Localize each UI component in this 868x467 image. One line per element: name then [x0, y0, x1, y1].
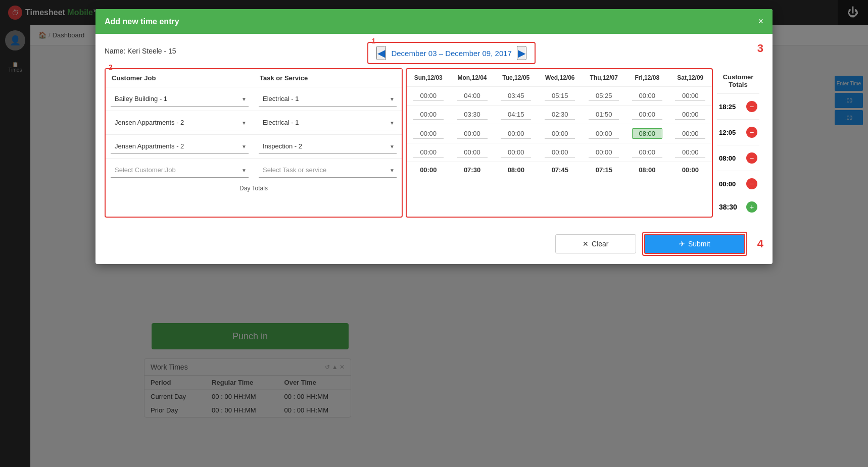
submit-label: Submit — [688, 240, 710, 248]
employee-name: Name: Keri Steele - 15 — [105, 42, 176, 55]
day-total-sun: 00:00 — [407, 162, 450, 178]
customer-select-3[interactable]: Jensen Appartments - 2 — [111, 139, 249, 154]
total-value-1: 18:25 — [719, 103, 736, 111]
remove-row-3-button[interactable]: − — [746, 152, 757, 164]
time-cell — [450, 106, 495, 124]
time-cell — [625, 143, 668, 162]
table-row: Jensen Appartments - 2 Electrical - 1 — [106, 111, 402, 135]
remove-row-2-button[interactable]: − — [746, 127, 757, 138]
customer-job-header: Customer Job — [106, 69, 254, 87]
time-input-3-1[interactable] — [457, 129, 488, 139]
remove-row-1-button[interactable]: − — [746, 101, 757, 112]
time-input-4-0[interactable] — [413, 147, 444, 158]
task-select-3[interactable]: Inspection - 2 — [259, 139, 397, 154]
time-cell — [495, 106, 538, 124]
time-input-4-3[interactable] — [545, 147, 575, 158]
submit-button-wrapper: ✈ Submit — [642, 232, 747, 256]
clear-icon: ✕ — [583, 240, 589, 248]
time-input-3-4[interactable] — [589, 129, 619, 139]
task-select-2-wrap: Electrical - 1 — [259, 115, 397, 130]
customer-cell-4: Select Customer:Job — [106, 159, 254, 182]
customer-select-4[interactable]: Select Customer:Job — [111, 163, 249, 178]
totals-cell-3: 08:00 − — [717, 145, 759, 171]
customer-select-1[interactable]: Bailey Building - 1 — [111, 91, 249, 107]
time-input-1-1[interactable] — [457, 91, 488, 101]
day-total-tue: 08:00 — [495, 162, 538, 178]
table-row: Bailey Building - 1 Electrical - 1 — [106, 87, 402, 111]
day-total-fri: 08:00 — [625, 162, 668, 178]
time-input-3-2[interactable] — [501, 129, 531, 139]
time-input-1-0[interactable] — [413, 91, 444, 101]
time-input-4-6[interactable] — [675, 147, 705, 158]
time-cell — [407, 87, 450, 106]
time-input-3-6[interactable] — [675, 129, 705, 139]
time-row-3 — [407, 124, 712, 143]
remove-row-4-button[interactable]: − — [746, 178, 757, 189]
time-input-2-4[interactable] — [589, 110, 619, 120]
customer-select-3-wrap: Jensen Appartments - 2 — [111, 139, 249, 154]
task-select-4[interactable]: Select Task or service — [259, 163, 397, 178]
day-total-thu: 07:15 — [583, 162, 625, 178]
modal-body: Name: Keri Steele - 15 1 ◀ December 03 –… — [95, 34, 773, 226]
time-cell — [450, 124, 495, 143]
time-cell — [583, 143, 625, 162]
next-week-button[interactable]: ▶ — [517, 46, 526, 60]
day-table: Sun,12/03 Mon,12/04 Tue,12/05 Wed,12/06 … — [407, 69, 712, 178]
task-service-header: Task or Service — [254, 69, 402, 87]
time-input-1-6[interactable] — [675, 91, 705, 101]
time-cell — [669, 87, 712, 106]
customer-select-2-wrap: Jensen Appartments - 2 — [111, 115, 249, 130]
time-input-2-6[interactable] — [675, 110, 705, 120]
prev-week-button[interactable]: ◀ — [376, 46, 386, 60]
day-total-sat: 00:00 — [669, 162, 712, 178]
time-input-3-3[interactable] — [545, 129, 575, 139]
submit-button[interactable]: ✈ Submit — [644, 234, 745, 254]
customer-select-2[interactable]: Jensen Appartments - 2 — [111, 115, 249, 130]
customer-cell-3: Jensen Appartments - 2 — [106, 135, 254, 159]
customer-task-table: Customer Job Task or Service Bailey Buil… — [106, 69, 402, 182]
time-grid-section: Sun,12/03 Mon,12/04 Tue,12/05 Wed,12/06 … — [406, 68, 713, 218]
time-input-2-3[interactable] — [545, 110, 575, 120]
time-input-4-1[interactable] — [457, 147, 488, 158]
customer-totals-column: CustomerTotals 18:25 − 12:05 − 08:00 − 0… — [713, 68, 763, 218]
time-cell — [583, 124, 625, 143]
time-input-1-2[interactable] — [501, 91, 531, 101]
week-nav-annotation: 1 — [371, 37, 375, 45]
time-input-3-0[interactable] — [413, 129, 444, 139]
time-input-4-4[interactable] — [589, 147, 619, 158]
add-time-entry-modal: Add new time entry × Name: Keri Steele -… — [95, 9, 773, 264]
main-content-row: 2 Customer Job Task or Service — [105, 68, 763, 218]
time-input-4-2[interactable] — [501, 147, 531, 158]
time-input-1-4[interactable] — [589, 91, 619, 101]
time-input-1-5[interactable] — [632, 91, 662, 101]
task-select-2[interactable]: Electrical - 1 — [259, 115, 397, 130]
task-select-4-wrap: Select Task or service — [259, 163, 397, 178]
time-cell — [495, 87, 538, 106]
time-input-2-2[interactable] — [501, 110, 531, 120]
time-input-3-5-highlighted[interactable] — [632, 128, 662, 139]
time-input-2-1[interactable] — [457, 110, 488, 120]
customer-totals-header: CustomerTotals — [717, 68, 759, 93]
left-section: 2 Customer Job Task or Service — [105, 68, 403, 218]
time-input-4-5[interactable] — [632, 147, 662, 158]
customer-select-1-wrap: Bailey Building - 1 — [111, 91, 249, 107]
time-cell — [669, 124, 712, 143]
time-input-2-0[interactable] — [413, 110, 444, 120]
task-select-1[interactable]: Electrical - 1 — [259, 91, 397, 107]
total-value-2: 12:05 — [719, 129, 736, 136]
time-cell — [495, 143, 538, 162]
time-cell — [450, 87, 495, 106]
totals-cell-4: 00:00 − — [717, 171, 759, 196]
add-row-button[interactable]: + — [746, 201, 757, 213]
modal-close-button[interactable]: × — [758, 16, 763, 27]
time-row-2 — [407, 106, 712, 124]
day-total-wed: 07:45 — [538, 162, 583, 178]
time-input-1-3[interactable] — [545, 91, 575, 101]
submit-icon: ✈ — [679, 240, 685, 248]
time-input-2-5[interactable] — [632, 110, 662, 120]
day-header-mon: Mon,12/04 — [450, 69, 495, 87]
annotation-3-area: 3 — [757, 42, 763, 55]
clear-button[interactable]: ✕ Clear — [555, 234, 636, 253]
annotation-4: 4 — [757, 237, 763, 250]
clear-label: Clear — [592, 240, 608, 248]
